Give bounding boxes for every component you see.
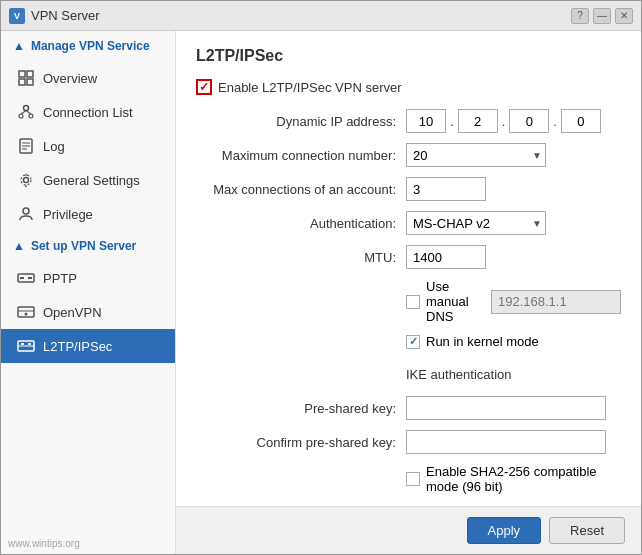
preshared-label: Pre-shared key: <box>206 401 406 416</box>
preshared-value <box>406 396 621 420</box>
window-title: VPN Server <box>31 8 100 23</box>
sidebar-item-log[interactable]: Log <box>1 129 175 163</box>
titlebar: V VPN Server ? — ✕ <box>1 1 641 31</box>
content-body: L2TP/IPSec Enable L2TP/IPSec VPN server … <box>176 31 641 506</box>
log-icon <box>17 137 35 155</box>
sidebar-item-pptp[interactable]: PPTP <box>1 261 175 295</box>
footer: Apply Reset <box>176 506 641 554</box>
confirm-preshared-key-input[interactable] <box>406 430 606 454</box>
svg-point-13 <box>24 178 29 183</box>
enable-row: Enable L2TP/IPSec VPN server <box>196 79 621 95</box>
sha2-checkbox[interactable] <box>406 472 420 486</box>
connection-list-icon <box>17 103 35 121</box>
sidebar-item-openvpn[interactable]: OpenVPN <box>1 295 175 329</box>
ike-section-label: IKE authentication <box>406 367 512 382</box>
ip-dot-1: . <box>450 114 454 129</box>
chevron-up-icon: ▲ <box>13 39 25 53</box>
titlebar-controls: ? — ✕ <box>571 8 633 24</box>
auth-label: Authentication: <box>206 216 406 231</box>
pptp-icon <box>17 269 35 287</box>
watermark: www.wintips.org <box>8 538 80 549</box>
svg-rect-17 <box>20 277 24 279</box>
reset-button[interactable]: Reset <box>549 517 625 544</box>
ip-seg3-input[interactable] <box>509 109 549 133</box>
svg-point-4 <box>24 106 29 111</box>
svg-point-21 <box>25 313 28 316</box>
sidebar-section-manage[interactable]: ▲ Manage VPN Service <box>1 31 175 61</box>
kernel-mode-label: Run in kernel mode <box>426 334 539 349</box>
svg-point-14 <box>21 175 31 185</box>
settings-icon <box>17 171 35 189</box>
dns-input <box>491 290 621 314</box>
max-conn-select[interactable]: 20 5 10 30 <box>406 143 546 167</box>
ip-seg2-input[interactable] <box>458 109 498 133</box>
ip-seg4-input[interactable] <box>561 109 601 133</box>
sidebar-item-overview[interactable]: Overview <box>1 61 175 95</box>
svg-rect-3 <box>27 79 33 85</box>
kernel-mode-row: Run in kernel mode <box>406 334 621 349</box>
svg-point-5 <box>19 114 23 118</box>
sidebar-item-connection-list[interactable]: Connection List <box>1 95 175 129</box>
l2tp-icon <box>17 337 35 355</box>
sidebar-item-privilege[interactable]: Privilege <box>1 197 175 231</box>
svg-rect-24 <box>21 343 24 345</box>
sidebar-section-setup[interactable]: ▲ Set up VPN Server <box>1 231 175 261</box>
sidebar-item-l2tp[interactable]: L2TP/IPSec <box>1 329 175 363</box>
sha2-row: Enable SHA2-256 compatible mode (96 bit) <box>406 464 621 494</box>
ike-header: IKE authentication <box>406 359 621 386</box>
ip-seg1-input[interactable] <box>406 109 446 133</box>
mtu-input[interactable] <box>406 245 486 269</box>
dynamic-ip-label: Dynamic IP address: <box>206 114 406 129</box>
manual-dns-label: Use manual DNS <box>426 279 485 324</box>
auth-select-wrap: MS-CHAP v2 PAP CHAP MS-CHAP ▼ <box>406 211 546 235</box>
max-conn-select-wrap: 20 5 10 30 ▼ <box>406 143 546 167</box>
svg-rect-2 <box>19 79 25 85</box>
auth-value: MS-CHAP v2 PAP CHAP MS-CHAP ▼ <box>406 211 621 235</box>
svg-line-7 <box>21 111 26 115</box>
confirm-preshared-label: Confirm pre-shared key: <box>206 435 406 450</box>
form-grid: Dynamic IP address: . . . Maximum connec… <box>206 109 621 494</box>
max-conn-value: 20 5 10 30 ▼ <box>406 143 621 167</box>
svg-rect-1 <box>27 71 33 77</box>
mtu-label: MTU: <box>206 250 406 265</box>
svg-rect-0 <box>19 71 25 77</box>
svg-rect-18 <box>28 277 32 279</box>
mtu-value <box>406 245 621 269</box>
svg-point-15 <box>23 208 29 214</box>
enable-label: Enable L2TP/IPSec VPN server <box>218 80 402 95</box>
close-button[interactable]: ✕ <box>615 8 633 24</box>
sidebar-item-general-settings[interactable]: General Settings <box>1 163 175 197</box>
manual-dns-checkbox[interactable] <box>406 295 420 309</box>
max-per-account-value <box>406 177 621 201</box>
preshared-key-input[interactable] <box>406 396 606 420</box>
svg-point-6 <box>29 114 33 118</box>
page-title: L2TP/IPSec <box>196 47 621 65</box>
manual-dns-row: Use manual DNS <box>406 279 621 324</box>
app-window: V VPN Server ? — ✕ ▲ Manage VPN Service <box>0 0 642 555</box>
chevron-up-icon-2: ▲ <box>13 239 25 253</box>
help-button[interactable]: ? <box>571 8 589 24</box>
max-per-account-input[interactable] <box>406 177 486 201</box>
svg-rect-25 <box>28 343 31 345</box>
titlebar-left: V VPN Server <box>9 8 100 24</box>
minimize-button[interactable]: — <box>593 8 611 24</box>
main-area: ▲ Manage VPN Service Overview <box>1 31 641 554</box>
ip-dot-3: . <box>553 114 557 129</box>
confirm-preshared-value <box>406 430 621 454</box>
kernel-mode-checkbox[interactable] <box>406 335 420 349</box>
apply-button[interactable]: Apply <box>467 517 542 544</box>
overview-icon <box>17 69 35 87</box>
privilege-icon <box>17 205 35 223</box>
svg-line-8 <box>26 111 31 115</box>
enable-checkbox[interactable] <box>196 79 212 95</box>
openvpn-icon <box>17 303 35 321</box>
dynamic-ip-value: . . . <box>406 109 621 133</box>
sidebar: ▲ Manage VPN Service Overview <box>1 31 176 554</box>
max-per-account-label: Max connections of an account: <box>206 182 406 197</box>
sha2-label: Enable SHA2-256 compatible mode (96 bit) <box>426 464 621 494</box>
auth-select[interactable]: MS-CHAP v2 PAP CHAP MS-CHAP <box>406 211 546 235</box>
app-icon: V <box>9 8 25 24</box>
content-area: L2TP/IPSec Enable L2TP/IPSec VPN server … <box>176 31 641 554</box>
max-conn-label: Maximum connection number: <box>206 148 406 163</box>
ip-dot-2: . <box>502 114 506 129</box>
